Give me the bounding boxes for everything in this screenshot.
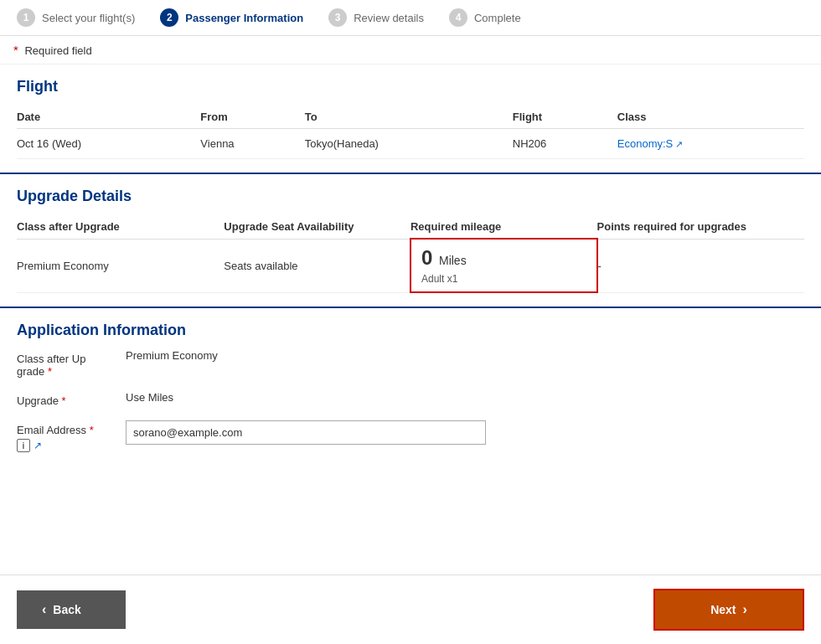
step-1-num: 1 [17, 8, 35, 27]
steps-bar: 1 Select your flight(s) 2 Passenger Info… [0, 0, 821, 36]
required-asterisk-email: * [90, 424, 94, 436]
step-4-label: Complete [474, 12, 521, 24]
step-2: 2 Passenger Information [160, 8, 303, 27]
col-class: Class [617, 106, 804, 129]
footer-nav: ‹ Back Next › [0, 574, 821, 644]
step-3-label: Review details [354, 12, 424, 24]
step-4: 4 Complete [449, 8, 521, 27]
col-flight: Flight [513, 106, 617, 129]
flight-table: Date From To Flight Class Oct 16 (Wed) V… [17, 106, 804, 159]
flight-date: Oct 16 (Wed) [17, 129, 200, 159]
upgrade-col-class: Class after Upgrade [17, 215, 224, 239]
form-row-class: Class after Upgrade * Premium Economy [17, 349, 804, 378]
upgrade-points: - [597, 239, 804, 292]
step-3-num: 3 [328, 8, 347, 27]
step-2-num: 2 [160, 8, 178, 27]
chevron-right-icon: › [743, 602, 747, 617]
step-4-num: 4 [449, 8, 467, 27]
upgrade-table: Class after Upgrade Upgrade Seat Availab… [17, 215, 804, 293]
col-date: Date [17, 106, 200, 129]
mileage-unit: Miles [439, 254, 467, 267]
label-email-text: Email Address [17, 424, 86, 436]
upgrade-col-avail: Upgrade Seat Availability [224, 215, 410, 239]
email-field-container[interactable] [126, 420, 486, 445]
external-link-icon[interactable]: ↗ [34, 440, 42, 451]
flight-section-title: Flight [17, 78, 804, 95]
mileage-detail: Adult x1 [421, 273, 586, 285]
step-3: 3 Review details [328, 8, 424, 27]
back-button[interactable]: ‹ Back [17, 590, 126, 629]
step-1-label: Select your flight(s) [42, 12, 135, 24]
value-upgrade: Use Miles [126, 391, 173, 404]
col-from: From [200, 106, 304, 129]
required-field-text: Required field [24, 44, 91, 57]
label-email: Email Address * i ↗ [17, 420, 126, 452]
required-asterisk-class: * [48, 365, 52, 378]
mileage-cell: 0 Miles Adult x1 [410, 239, 597, 292]
upgrade-col-points: Points required for upgrades [597, 215, 804, 239]
next-button[interactable]: Next › [653, 589, 804, 631]
upgrade-availability: Seats available [224, 239, 410, 292]
form-row-upgrade: Upgrade * Use Miles [17, 391, 804, 407]
table-row: Oct 16 (Wed) Vienna Tokyo(Haneda) NH206 … [17, 129, 804, 159]
label-upgrade-text: Upgrade [17, 394, 59, 407]
flight-section: Flight Date From To Flight Class Oct 16 … [0, 64, 821, 174]
chevron-left-icon: ‹ [42, 602, 46, 617]
flight-to: Tokyo(Haneda) [305, 129, 513, 159]
col-to: To [305, 106, 513, 129]
flight-number: NH206 [513, 129, 617, 159]
form-row-email: Email Address * i ↗ [17, 420, 804, 452]
required-field-note: * Required field [0, 36, 821, 64]
mileage-value: 0 [421, 246, 432, 269]
upgrade-section-title: Upgrade Details [17, 188, 804, 205]
upgrade-row: Premium Economy Seats available 0 Miles … [17, 239, 804, 292]
app-section-title: Application Information [17, 322, 804, 339]
upgrade-class: Premium Economy [17, 239, 224, 292]
email-input[interactable] [126, 420, 486, 445]
flight-class[interactable]: Economy:S [617, 129, 804, 159]
upgrade-section: Upgrade Details Class after Upgrade Upgr… [0, 174, 821, 308]
info-icon[interactable]: i [17, 439, 30, 452]
required-asterisk: * [13, 43, 18, 57]
back-label: Back [53, 603, 80, 616]
class-link[interactable]: Economy:S [617, 137, 684, 150]
required-asterisk-upgrade: * [62, 394, 66, 407]
flight-from: Vienna [200, 129, 304, 159]
upgrade-col-mileage: Required mileage [410, 215, 597, 239]
step-1: 1 Select your flight(s) [17, 8, 135, 27]
main-content: 1 Select your flight(s) 2 Passenger Info… [0, 0, 821, 549]
next-label: Next [710, 603, 736, 616]
app-section: Application Information Class after Upgr… [0, 308, 821, 482]
label-class: Class after Upgrade * [17, 349, 126, 378]
step-2-label: Passenger Information [185, 12, 303, 24]
label-upgrade: Upgrade * [17, 391, 126, 407]
value-class: Premium Economy [126, 349, 218, 362]
